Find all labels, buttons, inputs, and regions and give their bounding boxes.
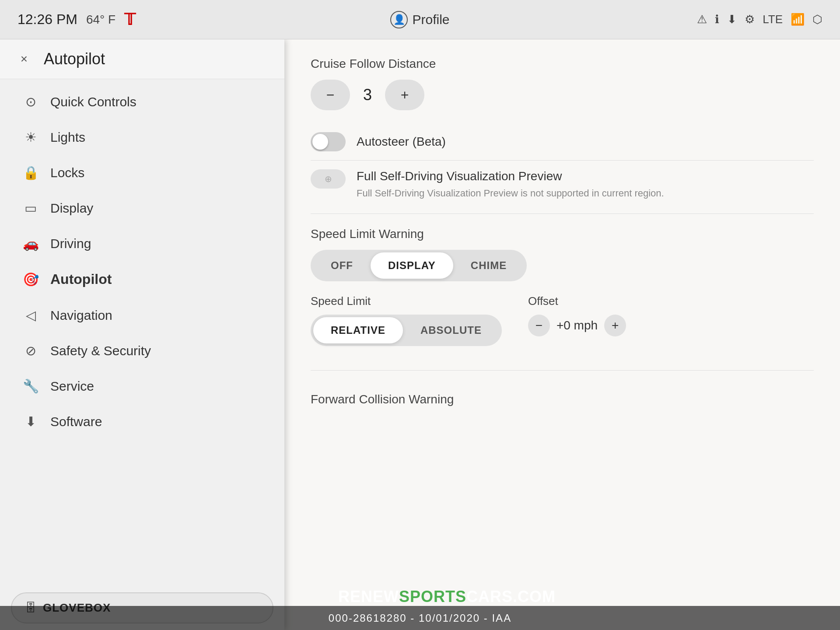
nav-label-navigation: Navigation (50, 308, 112, 323)
sidebar-item-lights[interactable]: ☀ Lights (4, 120, 280, 154)
offset-col-label: Offset (528, 294, 626, 308)
service-icon: 🔧 (22, 378, 39, 394)
sidebar-item-display[interactable]: ▭ Display (4, 191, 280, 225)
fsd-subtitle: Full Self-Driving Visualization Preview … (357, 187, 664, 200)
offset-col: Offset − +0 mph + (528, 294, 626, 336)
offset-plus-button[interactable]: + (604, 315, 626, 336)
nav-label-display: Display (50, 201, 93, 216)
fsd-section: ⊕ Full Self-Driving Visualization Previe… (311, 161, 814, 214)
settings-icon[interactable]: ⚙ (745, 13, 755, 26)
speed-limit-col: Speed Limit RELATIVE ABSOLUTE (311, 294, 502, 357)
download-icon: ⬇ (727, 13, 737, 26)
lights-icon: ☀ (22, 130, 39, 145)
driving-icon: 🚗 (22, 236, 39, 251)
sidebar-item-navigation[interactable]: ◁ Navigation (4, 298, 280, 332)
sidebar-item-driving[interactable]: 🚗 Driving (4, 226, 280, 261)
renew-text: RENEW (338, 588, 399, 606)
offset-value: +0 mph (556, 318, 598, 332)
fsd-icon: ⊕ (311, 169, 346, 189)
software-icon: ⬇ (22, 414, 39, 429)
autosteer-toggle[interactable] (311, 132, 346, 151)
nav-label-autopilot: Autopilot (50, 271, 112, 287)
bluetooth-icon: ⬡ (812, 13, 822, 26)
cruise-plus-icon: + (401, 87, 409, 103)
sidebar-item-service[interactable]: 🔧 Service (4, 369, 280, 403)
main-content: Cruise Follow Distance − 3 + Autosteer (… (284, 39, 840, 630)
navigation-icon: ◁ (22, 308, 39, 323)
nav-label-service: Service (50, 379, 94, 394)
speed-warning-chime-button[interactable]: CHIME (453, 252, 524, 279)
panel-header: × Autopilot (0, 39, 284, 79)
panel-title: Autopilot (44, 50, 105, 68)
fsd-title: Full Self-Driving Visualization Preview (357, 169, 664, 183)
cruise-minus-icon: − (326, 87, 335, 103)
safety-icon: ⊘ (22, 343, 39, 358)
status-right: ⚠ ℹ ⬇ ⚙ LTE 📶 ⬡ (554, 13, 822, 26)
speed-limit-group: RELATIVE ABSOLUTE (311, 315, 502, 346)
close-icon: × (21, 52, 28, 66)
speed-limit-warning-label: Speed Limit Warning (311, 227, 814, 241)
profile-icon: 👤 (390, 11, 408, 28)
sidebar-item-safety[interactable]: ⊘ Safety & Security (4, 333, 280, 368)
status-bar: 12:26 PM 64° F 𝕋 👤 Profile ⚠ ℹ ⬇ ⚙ LTE 📶… (0, 0, 840, 39)
speed-limit-warning-section: Speed Limit Warning OFF DISPLAY CHIME (311, 227, 814, 281)
nav-label-driving: Driving (50, 236, 91, 251)
speed-absolute-button[interactable]: ABSOLUTE (403, 317, 499, 343)
locks-icon: 🔒 (22, 165, 39, 180)
cruise-value: 3 (350, 86, 385, 104)
nav-label-quick-controls: Quick Controls (50, 94, 136, 109)
nav-label-lights: Lights (50, 130, 85, 145)
offset-minus-button[interactable]: − (528, 315, 550, 336)
cruise-plus-button[interactable]: + (385, 80, 424, 110)
warning-icon: ⚠ (697, 13, 707, 26)
nav-label-locks: Locks (50, 165, 84, 180)
status-time: 12:26 PM (18, 11, 77, 28)
speed-limit-col-label: Speed Limit (311, 294, 502, 308)
profile-section[interactable]: 👤 Profile (390, 11, 449, 28)
fsd-icon-symbol: ⊕ (325, 174, 332, 184)
profile-label: Profile (412, 12, 449, 27)
fsd-text: Full Self-Driving Visualization Preview … (357, 169, 664, 200)
sidebar-item-quick-controls[interactable]: ⊙ Quick Controls (4, 84, 280, 119)
cruise-follow-distance-label: Cruise Follow Distance (311, 57, 814, 71)
speed-warning-display-button[interactable]: DISPLAY (371, 252, 453, 279)
tesla-logo: 𝕋 (124, 10, 135, 29)
autosteer-row: Autosteer (Beta) (311, 123, 814, 161)
status-left: 12:26 PM 64° F 𝕋 (18, 10, 286, 29)
status-temp: 64° F (86, 13, 116, 27)
autosteer-knob (312, 134, 328, 150)
offset-minus-icon: − (536, 318, 542, 332)
autosteer-label: Autosteer (Beta) (357, 135, 446, 149)
signal-icon: 📶 (791, 13, 805, 26)
cruise-follow-distance-section: Cruise Follow Distance − 3 + (311, 57, 814, 110)
watermark-bottom-text: 000-28618280 - 10/01/2020 - IAA (329, 612, 511, 624)
offset-controls: − +0 mph + (528, 315, 626, 336)
display-icon: ▭ (22, 200, 39, 216)
sports-text: SPORTS (399, 588, 466, 606)
fcw-section: Forward Collision Warning (311, 384, 814, 406)
cruise-stepper-row: − 3 + (311, 80, 814, 110)
info-icon: ℹ (715, 13, 719, 26)
watermark-bottom: 000-28618280 - 10/01/2020 - IAA (0, 606, 840, 630)
speed-relative-button[interactable]: RELATIVE (313, 317, 403, 343)
settings-panel: × Autopilot ⊙ Quick Controls ☀ Lights 🔒 … (0, 39, 284, 630)
nav-label-software: Software (50, 414, 102, 429)
speed-warning-off-button[interactable]: OFF (313, 252, 371, 279)
speed-limit-section: Speed Limit RELATIVE ABSOLUTE Offset − +… (311, 294, 814, 371)
fcw-label: Forward Collision Warning (311, 392, 814, 406)
renew-watermark: RENEWSPORTSCARS.COM (338, 588, 556, 606)
sidebar-item-software[interactable]: ⬇ Software (4, 404, 280, 439)
offset-plus-icon: + (612, 318, 619, 332)
nav-label-safety: Safety & Security (50, 343, 151, 358)
speed-limit-warning-group: OFF DISPLAY CHIME (311, 250, 527, 281)
quick-controls-icon: ⊙ (22, 94, 39, 109)
sidebar-item-locks[interactable]: 🔒 Locks (4, 155, 280, 190)
close-button[interactable]: × (13, 48, 35, 70)
lte-icon: LTE (763, 13, 783, 26)
fsd-row: ⊕ Full Self-Driving Visualization Previe… (311, 169, 814, 200)
sidebar-item-autopilot[interactable]: 🎯 Autopilot (4, 262, 280, 297)
cars-text: CARS.COM (466, 588, 556, 606)
cruise-minus-button[interactable]: − (311, 80, 350, 110)
status-center: 👤 Profile (286, 11, 554, 28)
sidebar-nav: ⊙ Quick Controls ☀ Lights 🔒 Locks ▭ Disp… (0, 79, 284, 586)
